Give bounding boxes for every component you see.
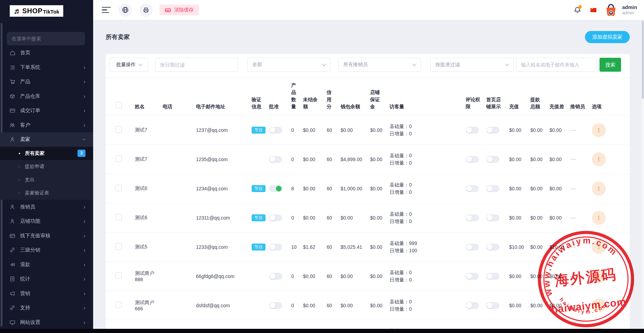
- cell-recharge: $10.00: [506, 232, 528, 262]
- homepage-display-toggle[interactable]: [486, 273, 499, 280]
- row-options-button[interactable]: ⋮: [592, 240, 606, 254]
- sidebar-item-6[interactable]: 卖家›: [0, 132, 93, 147]
- user-menu[interactable]: admin admin: [622, 4, 637, 16]
- comment-permission-toggle[interactable]: [466, 244, 479, 251]
- table-row: 测试商户 666dsfdsf@qq.com0$0.0060$0.00$0.00基…: [106, 291, 630, 320]
- row-checkbox[interactable]: [115, 156, 122, 162]
- search-input[interactable]: [516, 58, 597, 72]
- column-header: 信用分: [324, 78, 338, 116]
- print-button[interactable]: [139, 3, 153, 17]
- row-checkbox[interactable]: [115, 126, 122, 133]
- clear-cache-button[interactable]: 清除缓存: [160, 5, 199, 15]
- sidebar-item-8[interactable]: 店铺功能›: [0, 214, 93, 229]
- cell-wallet: $1,000.00: [338, 174, 367, 203]
- cell-verify: 节目: [249, 174, 266, 203]
- approval-filter-select[interactable]: 按批准过滤: [430, 58, 514, 72]
- menu-search-input[interactable]: [7, 32, 85, 45]
- row-checkbox[interactable]: [115, 302, 122, 308]
- comment-permission-toggle[interactable]: [466, 302, 479, 309]
- approve-toggle[interactable]: [269, 127, 282, 134]
- homepage-display-toggle[interactable]: [486, 302, 499, 309]
- sidebar-item-11[interactable]: 退款›: [0, 257, 93, 272]
- sidebar-item-2[interactable]: 产品›: [0, 74, 93, 89]
- sidebar-item-7[interactable]: 推销员›: [0, 200, 93, 214]
- row-checkbox[interactable]: [115, 214, 122, 220]
- row-checkbox[interactable]: [115, 185, 122, 191]
- homepage-display-toggle[interactable]: [486, 185, 499, 192]
- refund-icon: [9, 262, 16, 268]
- cell-homepage-display: [483, 232, 506, 262]
- cell-products: 8: [288, 174, 300, 203]
- search-button[interactable]: 搜索: [600, 58, 621, 72]
- row-options-button[interactable]: ⋮: [592, 182, 606, 196]
- sidebar-item-label: 支持: [20, 304, 30, 311]
- approve-toggle[interactable]: [269, 244, 282, 251]
- sidebar-item-3[interactable]: 产品仓库›: [0, 89, 93, 104]
- cell-products: 0: [288, 203, 300, 232]
- status-filter-select[interactable]: 全部: [247, 58, 331, 72]
- cell-email: 1234@qq.com: [193, 174, 249, 203]
- china-flag-icon[interactable]: ★: [590, 8, 596, 12]
- sidebar-item-12[interactable]: 统计›: [0, 272, 93, 286]
- date-filter-input[interactable]: [155, 58, 238, 72]
- row-checkbox[interactable]: [115, 272, 122, 279]
- cell-products: 0: [288, 291, 300, 320]
- row-options-button[interactable]: ⋮: [592, 123, 606, 137]
- menu-toggle-icon[interactable]: [102, 7, 111, 13]
- row-options-button[interactable]: ⋮: [592, 211, 606, 225]
- homepage-display-toggle[interactable]: [486, 156, 499, 163]
- comment-permission-toggle[interactable]: [466, 127, 479, 134]
- approve-toggle[interactable]: [269, 214, 282, 221]
- sidebar-item-0[interactable]: 首页: [0, 46, 93, 60]
- sidebar-item-1[interactable]: 下单系统›: [0, 60, 93, 75]
- customers-icon: [9, 122, 16, 128]
- comment-permission-toggle[interactable]: [466, 185, 479, 192]
- comment-permission-toggle[interactable]: [466, 273, 479, 280]
- language-globe-button[interactable]: [119, 3, 132, 17]
- sidebar-item-10[interactable]: 三级分销›: [0, 243, 93, 257]
- row-options-button[interactable]: ⋮: [592, 152, 606, 166]
- approve-toggle[interactable]: [269, 156, 282, 163]
- homepage-display-toggle[interactable]: [486, 214, 499, 221]
- sidebar-item-9[interactable]: 线下充值审核›: [0, 229, 93, 243]
- bulk-action-dropdown[interactable]: 批量操作: [109, 58, 148, 72]
- row-options-button[interactable]: ⋮: [592, 269, 606, 283]
- sidebar-subitem[interactable]: ○卖家验证表: [0, 187, 93, 200]
- cell-homepage-display: [483, 203, 506, 232]
- sidebar-item-14[interactable]: 支持›: [0, 301, 93, 315]
- sidebar-item-label: 推销员: [20, 204, 35, 210]
- page-scrollbar[interactable]: [642, 20, 644, 329]
- approve-toggle[interactable]: [269, 302, 282, 309]
- sidebar-subitem[interactable]: ○支出: [0, 173, 93, 187]
- homepage-display-toggle[interactable]: [486, 127, 499, 134]
- add-virtual-seller-button[interactable]: 添加虚拟卖家: [585, 31, 630, 43]
- sidebar-item-5[interactable]: 客户›: [0, 118, 93, 133]
- chevron-right-icon: ›: [83, 305, 85, 311]
- topbar-right: ★ admin admin: [574, 3, 637, 17]
- avatar[interactable]: [604, 3, 618, 17]
- homepage-display-toggle[interactable]: [486, 244, 499, 251]
- row-options-button[interactable]: ⋮: [592, 299, 606, 312]
- cell-outstanding: $1.62: [300, 232, 324, 262]
- chevron-right-icon: ›: [83, 204, 85, 210]
- logo[interactable]: ♬ SHOP TikTok: [10, 5, 63, 17]
- sidebar-subitem[interactable]: ○提款申请: [0, 160, 93, 173]
- comment-permission-toggle[interactable]: [466, 214, 479, 221]
- sidebar-item-13[interactable]: 营销›: [0, 286, 93, 301]
- cell-withdrawal: $0.00: [528, 203, 547, 232]
- select-all-checkbox[interactable]: [115, 102, 122, 108]
- comment-permission-toggle[interactable]: [466, 156, 479, 163]
- row-checkbox[interactable]: [115, 243, 122, 249]
- cell-withdrawal: $0.00: [528, 145, 547, 174]
- notifications-button[interactable]: [574, 6, 581, 14]
- salesman-filter-select[interactable]: 所有推销员: [338, 58, 421, 72]
- approve-toggle[interactable]: [269, 273, 282, 280]
- sidebar-item-4[interactable]: 成交订单›: [0, 103, 93, 118]
- sidebar-subitem[interactable]: ●所有卖家3: [0, 147, 93, 160]
- cell-phone: [160, 232, 193, 262]
- chevron-down-icon: [138, 62, 142, 66]
- cell-withdrawal: $0.00: [528, 174, 547, 203]
- sidebar-subitem-label: 卖家验证表: [25, 190, 49, 196]
- approve-toggle[interactable]: [269, 185, 282, 192]
- sidebar-item-15[interactable]: 网站设置›: [0, 315, 93, 330]
